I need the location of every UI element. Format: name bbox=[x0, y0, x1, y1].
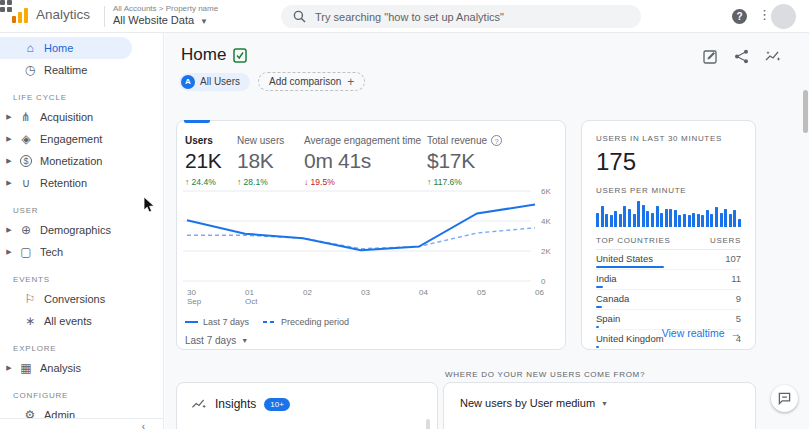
insights-card: Insights 10+ bbox=[176, 382, 438, 429]
country-users: 9 bbox=[736, 293, 741, 304]
collapse-sidebar-icon[interactable]: ‹ bbox=[142, 421, 145, 429]
new-users-dropdown-label: New users by User medium bbox=[460, 397, 595, 409]
legend-item: Preceding period bbox=[263, 317, 349, 327]
country-row[interactable]: India11 bbox=[596, 270, 741, 290]
view-realtime-link[interactable]: View realtime → bbox=[662, 327, 741, 339]
sidebar-item-retention[interactable]: ▶∪Retention bbox=[0, 172, 163, 194]
expand-arrow-icon[interactable]: ▶ bbox=[0, 179, 14, 187]
svg-text:0: 0 bbox=[541, 277, 546, 286]
main-content: Home A All Users Add comparison + bbox=[165, 33, 809, 429]
users-trend-chart[interactable]: 02K4K6K30Sep01Oct0203040506 bbox=[183, 183, 561, 311]
sidebar-item-tech[interactable]: ▶▢Tech bbox=[0, 241, 163, 263]
share-icon[interactable] bbox=[734, 49, 749, 64]
sidebar-item-monetization[interactable]: ▶$Monetization bbox=[0, 150, 163, 172]
metric-new-users[interactable]: New users18K↑ 28.1% bbox=[237, 135, 284, 187]
expand-arrow-icon[interactable]: ▶ bbox=[0, 226, 14, 234]
date-range-selector[interactable]: Last 7 days ▼ bbox=[185, 335, 248, 346]
metric-total-revenue[interactable]: Total revenue?$17K↑ 117.6% bbox=[427, 135, 502, 187]
insights-sparkle-icon[interactable] bbox=[765, 49, 781, 64]
minute-bar bbox=[688, 215, 691, 227]
customize-report-icon[interactable] bbox=[703, 49, 718, 64]
sidebar-item-label: Acquisition bbox=[40, 111, 93, 123]
apps-grid-icon[interactable] bbox=[0, 0, 12, 12]
metric-users[interactable]: Users21K↑ 24.4% bbox=[185, 135, 221, 187]
country-name: United Kingdom bbox=[596, 333, 664, 344]
svg-text:Oct: Oct bbox=[245, 297, 258, 306]
page-scrollbar[interactable] bbox=[803, 90, 808, 133]
legend-item: Last 7 days bbox=[185, 317, 249, 327]
search-input[interactable]: Try searching "how to set up Analytics" bbox=[281, 5, 641, 28]
country-name: Spain bbox=[596, 313, 620, 324]
sidebar-item-label: Home bbox=[44, 42, 73, 54]
country-users: 107 bbox=[725, 253, 741, 264]
expand-arrow-icon[interactable]: ▶ bbox=[0, 135, 14, 143]
sidebar-item-engagement[interactable]: ▶◈Engagement bbox=[0, 128, 163, 150]
country-name: India bbox=[596, 273, 617, 284]
minute-bar bbox=[614, 211, 617, 227]
users-per-minute-chart[interactable] bbox=[596, 201, 741, 227]
help-icon[interactable]: ? bbox=[732, 9, 747, 24]
insights-scrollbar[interactable] bbox=[426, 419, 430, 429]
svg-text:01: 01 bbox=[245, 288, 254, 297]
minute-bar bbox=[697, 214, 700, 227]
minute-bar bbox=[623, 206, 626, 227]
view-realtime-label: View realtime bbox=[662, 327, 725, 339]
events-icon: ∗ bbox=[18, 314, 42, 328]
metric-average-engagement-time[interactable]: Average engagement time0m 41s↓ 19.5% bbox=[304, 135, 421, 187]
metric-label: Users bbox=[185, 135, 221, 146]
sidebar-item-admin[interactable]: ⚙Admin bbox=[0, 404, 163, 426]
all-users-chip-label: All Users bbox=[200, 76, 240, 87]
user-avatar[interactable] bbox=[771, 4, 796, 29]
sidebar-item-label: Conversions bbox=[44, 293, 105, 305]
realtime-title: USERS IN LAST 30 MINUTES bbox=[596, 134, 741, 143]
svg-text:05: 05 bbox=[477, 288, 486, 297]
more-options-icon[interactable]: ⋮ bbox=[758, 7, 771, 22]
feedback-button[interactable] bbox=[771, 385, 798, 412]
page-title: Home bbox=[181, 45, 226, 65]
sidebar-section-explore: EXPLORE bbox=[0, 339, 163, 357]
country-row[interactable]: United States107 bbox=[596, 250, 741, 270]
minute-bar bbox=[633, 214, 636, 227]
sidebar-item-label: Tech bbox=[40, 246, 63, 258]
sidebar-item-acquisition[interactable]: ▶⋔Acquisition bbox=[0, 106, 163, 128]
sidebar-item-realtime[interactable]: ◷Realtime bbox=[0, 59, 163, 81]
country-row[interactable]: Canada9 bbox=[596, 290, 741, 310]
legend-label: Preceding period bbox=[281, 317, 349, 327]
svg-text:30: 30 bbox=[187, 288, 196, 297]
sidebar-item-conversions[interactable]: ⚐Conversions bbox=[0, 288, 163, 310]
sidebar-item-all-events[interactable]: ∗All events bbox=[0, 310, 163, 332]
add-comparison-button[interactable]: Add comparison + bbox=[258, 72, 365, 91]
country-bar bbox=[596, 286, 603, 288]
countries-table-header: TOP COUNTRIES USERS bbox=[596, 236, 741, 250]
minute-bar bbox=[619, 214, 622, 227]
minute-bar bbox=[642, 205, 645, 227]
minute-bar bbox=[610, 215, 613, 227]
monetization-icon: $ bbox=[14, 155, 38, 167]
users-col-header: USERS bbox=[710, 236, 741, 245]
account-breadcrumb[interactable]: All Accounts > Property name bbox=[113, 4, 218, 13]
sidebar-item-demographics[interactable]: ▶⊕Demographics bbox=[0, 219, 163, 241]
help-icon[interactable]: ? bbox=[491, 135, 502, 146]
minute-bar bbox=[715, 207, 718, 227]
svg-text:06: 06 bbox=[535, 288, 544, 297]
sidebar-item-label: Demographics bbox=[40, 224, 111, 236]
expand-arrow-icon[interactable]: ▶ bbox=[0, 248, 14, 256]
analytics-logo-icon[interactable] bbox=[12, 8, 30, 24]
minute-bar bbox=[706, 210, 709, 227]
sidebar-item-analysis[interactable]: ▶▦Analysis bbox=[0, 357, 163, 379]
sidebar-item-home[interactable]: ⌂Home bbox=[0, 37, 132, 59]
property-selector[interactable]: All Website Data▼ bbox=[113, 14, 208, 26]
sidebar-item-label: Admin bbox=[44, 409, 75, 421]
all-users-chip[interactable]: A All Users bbox=[179, 73, 250, 91]
expand-arrow-icon[interactable]: ▶ bbox=[0, 113, 14, 121]
minute-bar bbox=[738, 219, 741, 227]
legend-swatch-solid bbox=[185, 321, 198, 323]
expand-arrow-icon[interactable]: ▶ bbox=[0, 364, 14, 372]
insights-sparkle-icon bbox=[191, 397, 207, 411]
expand-arrow-icon[interactable]: ▶ bbox=[0, 157, 14, 165]
sidebar-section-events: EVENTS bbox=[0, 270, 163, 288]
overview-metrics-card: Users21K↑ 24.4%New users18K↑ 28.1%Averag… bbox=[176, 120, 566, 350]
svg-text:02: 02 bbox=[303, 288, 312, 297]
minute-bar bbox=[729, 214, 732, 227]
new-users-dropdown[interactable]: New users by User medium ▼ bbox=[460, 397, 739, 409]
